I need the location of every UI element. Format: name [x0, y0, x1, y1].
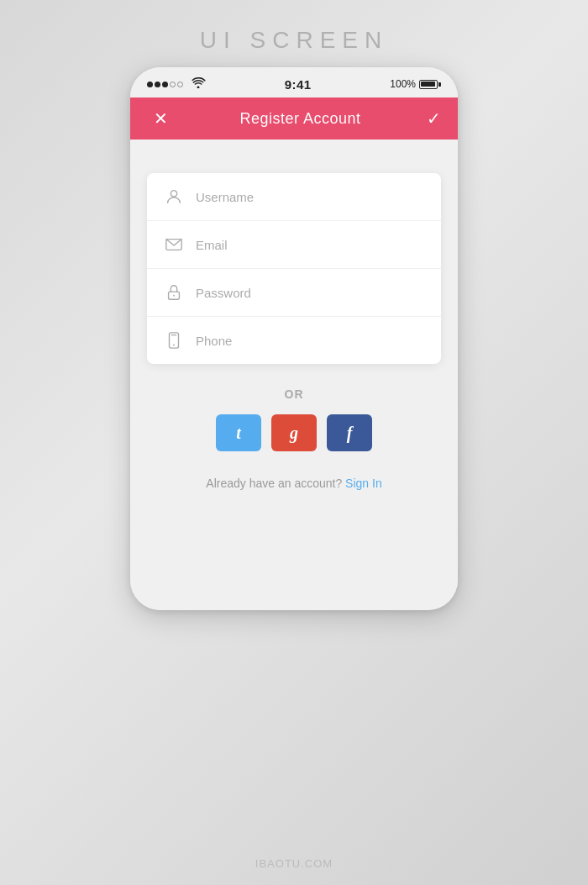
status-time: 9:41 [285, 77, 312, 92]
signin-prompt-text: Already have an account? [206, 477, 342, 490]
twitter-button[interactable]: t [216, 414, 261, 451]
svg-point-5 [173, 345, 175, 346]
phone-icon [164, 330, 184, 350]
status-right: 100% [390, 78, 441, 90]
footer-brand: IBAOTU.COM [255, 857, 333, 870]
social-buttons: t g f [216, 414, 372, 451]
phone-shell: 9:41 100% ✕ Register Account ✓ [130, 67, 458, 610]
signal-dot-4 [170, 82, 176, 87]
battery-fill [421, 82, 435, 87]
signal-dots [147, 82, 183, 87]
google-button[interactable]: g [271, 414, 317, 451]
svg-point-3 [173, 295, 175, 297]
form-card [147, 173, 441, 364]
password-input[interactable] [196, 286, 424, 300]
email-icon [164, 234, 184, 255]
signal-dot-5 [177, 82, 183, 87]
or-divider: OR [285, 387, 304, 401]
status-left [147, 77, 206, 91]
email-field-row [147, 221, 441, 269]
password-field-row [147, 269, 441, 317]
battery-percentage: 100% [390, 78, 416, 90]
username-field-row [147, 173, 441, 221]
battery-icon [419, 80, 441, 89]
nav-bar: ✕ Register Account ✓ [130, 97, 458, 140]
phone-field-row [147, 317, 441, 364]
signal-dot-2 [155, 82, 160, 87]
user-icon [164, 187, 184, 207]
content-area: OR t g f Already have an account? Sign I… [130, 140, 458, 610]
svg-point-0 [171, 191, 176, 197]
phone-input[interactable] [196, 334, 424, 348]
username-input[interactable] [196, 190, 424, 204]
lock-icon [164, 282, 184, 303]
battery-tip [438, 82, 441, 87]
status-bar: 9:41 100% [130, 67, 458, 97]
page-title: UI SCREEN [200, 27, 388, 54]
email-input[interactable] [196, 238, 424, 252]
signin-prompt: Already have an account? Sign In [206, 477, 381, 490]
signal-dot-3 [162, 82, 168, 87]
facebook-button[interactable]: f [327, 414, 372, 451]
wifi-icon [191, 77, 206, 91]
close-button[interactable]: ✕ [147, 108, 174, 129]
nav-title: Register Account [239, 110, 360, 128]
signal-dot-1 [147, 82, 153, 87]
check-button[interactable]: ✓ [427, 108, 441, 129]
signin-link[interactable]: Sign In [345, 477, 382, 490]
